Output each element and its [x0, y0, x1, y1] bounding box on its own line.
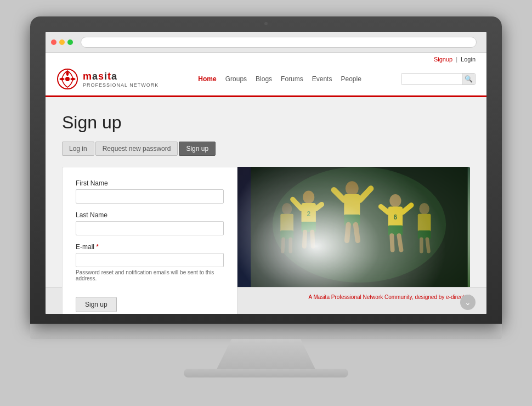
first-name-input[interactable]	[76, 189, 224, 204]
auth-divider: |	[456, 56, 457, 63]
search-button[interactable]: 🔍	[462, 74, 475, 84]
required-indicator: *	[96, 243, 99, 251]
logo-subtitle: Professional Network	[83, 82, 159, 88]
nav-people[interactable]: People	[341, 75, 361, 83]
imac-chin	[30, 324, 502, 339]
email-input[interactable]	[76, 253, 224, 267]
imac-computer: Signup | Login	[30, 16, 502, 390]
nav-home[interactable]: Home	[198, 75, 216, 83]
main-nav: Home Groups Blogs Forums Events People	[198, 75, 361, 83]
site-header: Signup | Login	[46, 53, 486, 97]
tab-reset-password[interactable]: Request new password	[95, 142, 178, 156]
logo-name: MaSiTa	[83, 71, 159, 82]
website: Signup | Login	[46, 53, 486, 314]
email-label: E-mail *	[76, 243, 224, 251]
page-title: Sign up	[62, 112, 470, 133]
logo-area: MaSiTa Professional Network	[56, 68, 159, 90]
logo-icon	[56, 68, 78, 90]
logo-text: MaSiTa Professional Network	[83, 71, 159, 88]
last-name-label: Last Name	[76, 211, 224, 219]
svg-point-1	[65, 77, 70, 81]
nav-blogs[interactable]: Blogs	[256, 75, 272, 83]
header-search: 🔍	[401, 73, 476, 85]
nav-events[interactable]: Events	[312, 75, 332, 83]
signup-link[interactable]: Signup	[434, 56, 452, 63]
tab-signup[interactable]: Sign up	[179, 142, 216, 156]
header-auth: Signup | Login	[434, 56, 476, 63]
first-name-group: First Name	[76, 179, 224, 204]
login-link[interactable]: Login	[461, 56, 476, 63]
address-bar[interactable]	[81, 37, 477, 48]
header-main: MaSiTa Professional Network Home Groups …	[56, 64, 476, 95]
signup-form: First Name Last Name E-mail *	[62, 167, 237, 314]
traffic-lights	[51, 40, 73, 45]
screen: Signup | Login	[46, 32, 486, 314]
camera-dot	[264, 22, 268, 25]
first-name-label: First Name	[76, 179, 224, 187]
tab-login[interactable]: Log in	[62, 142, 94, 156]
search-input[interactable]	[401, 74, 462, 84]
content-area: Sign up Log in Request new password Sign…	[46, 97, 486, 314]
header-top: Signup | Login	[56, 53, 476, 64]
scroll-down-button[interactable]: ⌄	[460, 295, 476, 310]
last-name-input[interactable]	[76, 221, 224, 235]
close-button[interactable]	[51, 40, 56, 45]
footer-right: A Masita Professional Network Community,…	[309, 294, 470, 300]
browser-chrome	[46, 32, 486, 53]
email-group: E-mail * Password reset and notification…	[76, 243, 224, 281]
nav-groups[interactable]: Groups	[225, 75, 247, 83]
nav-forums[interactable]: Forums	[281, 75, 303, 83]
minimize-button[interactable]	[59, 40, 65, 45]
last-name-group: Last Name	[76, 211, 224, 235]
screen-bezel: Signup | Login	[30, 16, 502, 324]
maximize-button[interactable]	[67, 40, 73, 45]
email-help: Password reset and notification emails w…	[76, 269, 224, 281]
signup-submit-button[interactable]: Sign up	[76, 297, 117, 312]
imac-stand	[217, 339, 315, 369]
tab-bar: Log in Request new password Sign up	[62, 142, 470, 156]
imac-base	[184, 369, 348, 377]
